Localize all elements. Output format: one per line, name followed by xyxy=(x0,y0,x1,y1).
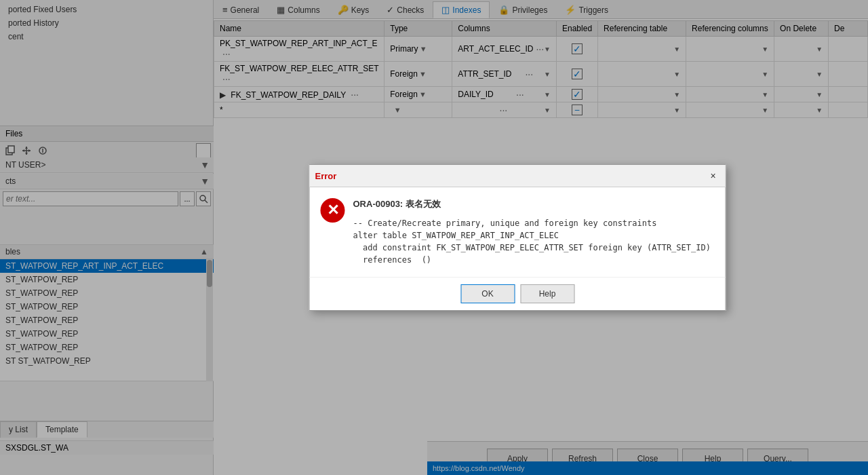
help-dialog-button[interactable]: Help xyxy=(520,284,574,303)
ok-button[interactable]: OK xyxy=(460,284,515,303)
error-icon: ✕ xyxy=(321,198,345,223)
dialog-error-title: ORA-00903: 表名无效 xyxy=(353,198,715,210)
dialog-close-button[interactable]: × xyxy=(707,169,720,183)
dialog-message: -- Create/Recreate primary, unique and f… xyxy=(353,217,715,266)
dialog-icon-area: ✕ xyxy=(321,198,345,266)
error-dialog: Error × ✕ ORA-00903: 表名无效 -- Create/Recr… xyxy=(309,164,726,311)
dialog-footer: OK Help xyxy=(310,277,726,310)
dialog-title: Error xyxy=(315,171,337,181)
dialog-body: ✕ ORA-00903: 表名无效 -- Create/Recreate pri… xyxy=(310,187,726,277)
dialog-titlebar: Error × xyxy=(310,165,726,187)
dialog-content: ORA-00903: 表名无效 -- Create/Recreate prima… xyxy=(353,198,715,266)
